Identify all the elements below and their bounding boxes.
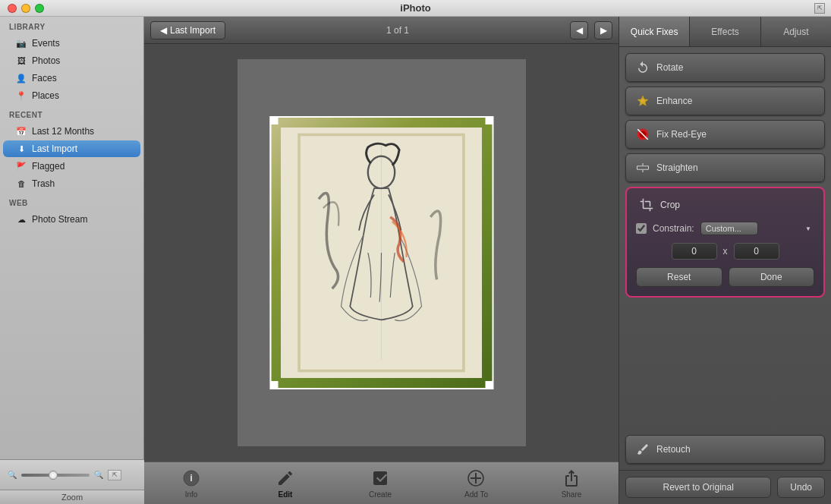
inner-frame xyxy=(281,128,482,378)
enhance-button[interactable]: Enhance xyxy=(625,87,825,115)
done-button[interactable]: Done xyxy=(729,267,815,287)
reset-button[interactable]: Reset xyxy=(636,267,722,287)
main-area: LIBRARY Events Photos Faces Places RECEN… xyxy=(0,17,831,504)
action-share-label: Share xyxy=(562,490,582,499)
crop-buttons-row: Reset Done xyxy=(636,267,814,287)
crop-icon xyxy=(639,197,654,213)
crop-label: Crop xyxy=(660,200,680,210)
height-input[interactable] xyxy=(734,243,779,260)
sidebar-item-events[interactable]: Events xyxy=(3,35,140,52)
sidebar-label-events: Events xyxy=(32,38,60,49)
zoom-label: Zoom xyxy=(61,493,83,502)
back-button[interactable]: ◀ Last Import xyxy=(150,21,225,39)
tab-effects-label: Effects xyxy=(711,27,738,37)
action-info[interactable]: i Info xyxy=(172,465,211,502)
action-create[interactable]: Create xyxy=(360,465,401,502)
edit-icon xyxy=(275,468,296,489)
select-arrow-icon: ▼ xyxy=(805,225,811,232)
retouch-icon xyxy=(635,442,650,457)
events-icon xyxy=(15,37,27,49)
sidebar-item-photostream[interactable]: Photo Stream xyxy=(3,211,140,228)
titlebar: iPhoto ⇱ xyxy=(0,0,831,17)
constrain-checkbox[interactable] xyxy=(636,223,647,234)
sidebar-label-trash: Trash xyxy=(32,178,55,189)
photos-icon xyxy=(15,55,27,67)
back-arrow-icon: ◀ xyxy=(160,25,167,36)
bottom-buttons: Revert to Original Undo xyxy=(619,470,831,504)
sidebar-item-flagged[interactable]: Flagged xyxy=(3,158,140,175)
rotate-label: Rotate xyxy=(656,62,683,73)
retouch-label: Retouch xyxy=(656,444,691,455)
sidebar-item-trash[interactable]: Trash xyxy=(3,175,140,192)
dimensions-row: x xyxy=(636,243,814,260)
tab-quick-fixes-label: Quick Fixes xyxy=(631,27,678,37)
places-icon xyxy=(15,90,27,102)
dimension-x-label: x xyxy=(723,246,728,257)
sidebar-item-places[interactable]: Places xyxy=(3,87,140,104)
photo-frame xyxy=(238,59,526,446)
action-create-label: Create xyxy=(369,490,392,499)
tab-effects[interactable]: Effects xyxy=(690,17,760,46)
sidebar-label-lastimport: Last Import xyxy=(32,143,77,154)
sidebar-label-flagged: Flagged xyxy=(32,161,65,172)
fix-red-eye-button[interactable]: Fix Red-Eye xyxy=(625,120,825,149)
sidebar-label-places: Places xyxy=(32,90,59,101)
sidebar-item-photos[interactable]: Photos xyxy=(3,52,140,69)
recent-section-title: RECENT xyxy=(0,105,143,122)
faces-icon xyxy=(15,72,27,84)
zoom-out-icon: 🔍 xyxy=(8,471,17,479)
info-icon: i xyxy=(181,468,202,489)
svg-rect-11 xyxy=(637,166,649,170)
straighten-icon xyxy=(635,160,650,175)
sidebar-item-lastimport[interactable]: Last Import xyxy=(3,140,140,157)
action-edit-label: Edit xyxy=(279,490,293,499)
tab-quick-fixes[interactable]: Quick Fixes xyxy=(619,17,690,46)
constrain-label: Constrain: xyxy=(653,223,694,234)
retouch-button[interactable]: Retouch xyxy=(625,435,825,464)
svg-point-7 xyxy=(641,99,645,103)
action-edit[interactable]: Edit xyxy=(266,465,305,502)
action-share[interactable]: Share xyxy=(552,465,591,502)
maximize-button[interactable] xyxy=(35,4,44,13)
revert-button[interactable]: Revert to Original xyxy=(625,477,771,498)
rotate-button[interactable]: Rotate xyxy=(625,53,825,82)
create-icon xyxy=(370,468,391,489)
zoom-toolbar: 🔍 🔍 ⇱ xyxy=(0,459,144,490)
zoom-expand-button[interactable]: ⇱ xyxy=(108,470,121,480)
enhance-icon xyxy=(635,93,650,109)
web-section-title: WEB xyxy=(0,193,143,210)
red-eye-icon xyxy=(635,127,650,142)
months-icon xyxy=(15,125,27,137)
zoom-thumb[interactable] xyxy=(49,471,58,480)
width-input[interactable] xyxy=(672,243,717,260)
fix-red-eye-label: Fix Red-Eye xyxy=(656,129,707,140)
tab-adjust-label: Adjust xyxy=(783,27,808,37)
close-button[interactable] xyxy=(8,4,17,13)
sidebar-item-faces[interactable]: Faces xyxy=(3,70,140,87)
tab-adjust[interactable]: Adjust xyxy=(761,17,831,46)
prev-arrow-icon: ◀ xyxy=(576,25,583,36)
svg-text:i: i xyxy=(190,472,193,484)
expand-button[interactable]: ⇱ xyxy=(814,3,825,14)
action-addto[interactable]: Add To xyxy=(455,465,497,502)
sidebar-label-photostream: Photo Stream xyxy=(32,214,87,225)
sidebar-label-photos: Photos xyxy=(32,55,60,66)
crop-title-button[interactable]: Crop xyxy=(633,194,817,216)
straighten-label: Straighten xyxy=(656,162,698,173)
constrain-select[interactable]: Custom... Square 4x3 16x9 Letter A4 xyxy=(700,222,758,235)
prev-button[interactable]: ◀ xyxy=(570,21,588,39)
window-controls xyxy=(8,4,44,13)
photostream-icon xyxy=(15,213,27,225)
share-icon xyxy=(561,468,582,489)
app-title: iPhoto xyxy=(400,2,430,14)
right-panel: Quick Fixes Effects Adjust Rotate xyxy=(619,17,831,504)
next-button[interactable]: ▶ xyxy=(594,21,612,39)
sidebar-item-last12months[interactable]: Last 12 Months xyxy=(3,123,140,140)
action-info-label: Info xyxy=(185,490,198,499)
minimize-button[interactable] xyxy=(21,4,30,13)
straighten-button[interactable]: Straighten xyxy=(625,153,825,182)
crop-section: Crop Constrain: Custom... Square 4x3 16x… xyxy=(625,187,825,298)
undo-button[interactable]: Undo xyxy=(777,477,825,498)
zoom-slider[interactable] xyxy=(21,474,90,477)
content-area: ◀ Last Import 1 of 1 ◀ ▶ xyxy=(144,17,619,504)
